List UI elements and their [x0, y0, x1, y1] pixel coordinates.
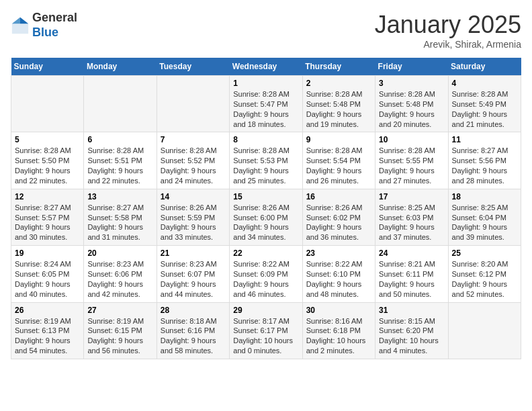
- svg-marker-1: [20, 17, 28, 23]
- day-number: 30: [306, 306, 371, 315]
- day-number: 7: [161, 135, 226, 144]
- day-info: Sunrise: 8:27 AMSunset: 5:57 PMDaylight:…: [15, 203, 80, 242]
- weekday-header-sunday: Sunday: [11, 58, 84, 76]
- day-number: 5: [15, 135, 80, 144]
- day-number: 9: [306, 135, 371, 144]
- calendar-cell: 7Sunrise: 8:28 AMSunset: 5:52 PMDaylight…: [157, 132, 229, 189]
- calendar-cell: 28Sunrise: 8:18 AMSunset: 6:16 PMDayligh…: [157, 302, 229, 359]
- calendar-cell: 25Sunrise: 8:20 AMSunset: 6:12 PMDayligh…: [448, 246, 521, 302]
- calendar-week-row: 19Sunrise: 8:24 AMSunset: 6:05 PMDayligh…: [11, 246, 521, 302]
- calendar-cell: 14Sunrise: 8:26 AMSunset: 5:59 PMDayligh…: [157, 189, 229, 245]
- logo-icon: [11, 16, 30, 35]
- calendar-cell: 21Sunrise: 8:23 AMSunset: 6:07 PMDayligh…: [157, 246, 229, 302]
- day-info: Sunrise: 8:28 AMSunset: 5:54 PMDaylight:…: [306, 146, 371, 185]
- calendar-cell: [84, 76, 157, 132]
- calendar-cell: 5Sunrise: 8:28 AMSunset: 5:50 PMDaylight…: [11, 132, 84, 189]
- day-info: Sunrise: 8:18 AMSunset: 6:16 PMDaylight:…: [161, 316, 226, 356]
- weekday-header-wednesday: Wednesday: [230, 58, 302, 76]
- calendar-cell: 20Sunrise: 8:23 AMSunset: 6:06 PMDayligh…: [84, 246, 157, 302]
- calendar-cell: 15Sunrise: 8:26 AMSunset: 6:00 PMDayligh…: [230, 189, 302, 245]
- weekday-header-thursday: Thursday: [302, 58, 375, 76]
- day-info: Sunrise: 8:28 AMSunset: 5:48 PMDaylight:…: [379, 89, 444, 129]
- day-number: 28: [161, 306, 226, 315]
- day-info: Sunrise: 8:19 AMSunset: 6:13 PMDaylight:…: [15, 316, 80, 356]
- calendar-cell: 12Sunrise: 8:27 AMSunset: 5:57 PMDayligh…: [11, 189, 84, 245]
- calendar-week-row: 12Sunrise: 8:27 AMSunset: 5:57 PMDayligh…: [11, 189, 521, 245]
- calendar-table: SundayMondayTuesdayWednesdayThursdayFrid…: [11, 58, 521, 359]
- day-number: 24: [379, 248, 444, 258]
- calendar-cell: 11Sunrise: 8:27 AMSunset: 5:56 PMDayligh…: [448, 132, 521, 189]
- day-number: 10: [379, 135, 444, 144]
- day-number: 16: [306, 192, 371, 201]
- calendar-cell: 22Sunrise: 8:22 AMSunset: 6:09 PMDayligh…: [230, 246, 302, 302]
- calendar-cell: [448, 302, 521, 359]
- day-info: Sunrise: 8:22 AMSunset: 6:10 PMDaylight:…: [306, 259, 371, 299]
- day-info: Sunrise: 8:28 AMSunset: 5:47 PMDaylight:…: [233, 89, 298, 129]
- day-number: 25: [452, 248, 517, 258]
- day-number: 17: [379, 192, 444, 201]
- day-number: 21: [161, 248, 226, 258]
- day-info: Sunrise: 8:28 AMSunset: 5:53 PMDaylight:…: [233, 146, 298, 185]
- calendar-cell: 24Sunrise: 8:21 AMSunset: 6:11 PMDayligh…: [375, 246, 448, 302]
- calendar-cell: 18Sunrise: 8:25 AMSunset: 6:04 PMDayligh…: [448, 189, 521, 245]
- calendar-cell: [157, 76, 229, 132]
- calendar-title: January 2025: [375, 11, 521, 39]
- day-info: Sunrise: 8:25 AMSunset: 6:04 PMDaylight:…: [452, 203, 517, 242]
- day-number: 23: [306, 248, 371, 258]
- day-info: Sunrise: 8:24 AMSunset: 6:05 PMDaylight:…: [15, 259, 80, 299]
- calendar-cell: 9Sunrise: 8:28 AMSunset: 5:54 PMDaylight…: [302, 132, 375, 189]
- day-number: 18: [452, 192, 517, 201]
- day-info: Sunrise: 8:28 AMSunset: 5:51 PMDaylight:…: [87, 146, 152, 185]
- day-info: Sunrise: 8:19 AMSunset: 6:15 PMDaylight:…: [87, 316, 152, 356]
- day-number: 22: [233, 248, 298, 258]
- calendar-cell: 1Sunrise: 8:28 AMSunset: 5:47 PMDaylight…: [230, 76, 302, 132]
- logo-blue-text: Blue: [32, 26, 58, 39]
- day-info: Sunrise: 8:22 AMSunset: 6:09 PMDaylight:…: [233, 259, 298, 299]
- day-info: Sunrise: 8:26 AMSunset: 6:02 PMDaylight:…: [306, 203, 371, 242]
- day-number: 20: [87, 248, 152, 258]
- day-number: 31: [379, 306, 444, 315]
- day-number: 14: [161, 192, 226, 201]
- calendar-week-row: 1Sunrise: 8:28 AMSunset: 5:47 PMDaylight…: [11, 76, 521, 132]
- calendar-cell: 17Sunrise: 8:25 AMSunset: 6:03 PMDayligh…: [375, 189, 448, 245]
- weekday-header-saturday: Saturday: [448, 58, 521, 76]
- day-info: Sunrise: 8:27 AMSunset: 5:56 PMDaylight:…: [452, 146, 517, 185]
- calendar-cell: 8Sunrise: 8:28 AMSunset: 5:53 PMDaylight…: [230, 132, 302, 189]
- calendar-cell: 13Sunrise: 8:27 AMSunset: 5:58 PMDayligh…: [84, 189, 157, 245]
- day-info: Sunrise: 8:20 AMSunset: 6:12 PMDaylight:…: [452, 259, 517, 299]
- day-info: Sunrise: 8:28 AMSunset: 5:55 PMDaylight:…: [379, 146, 444, 185]
- day-info: Sunrise: 8:15 AMSunset: 6:20 PMDaylight:…: [379, 316, 444, 356]
- day-number: 19: [15, 248, 80, 258]
- day-number: 12: [15, 192, 80, 201]
- day-info: Sunrise: 8:23 AMSunset: 6:07 PMDaylight:…: [161, 259, 226, 299]
- day-number: 11: [452, 135, 517, 144]
- day-info: Sunrise: 8:26 AMSunset: 6:00 PMDaylight:…: [233, 203, 298, 242]
- day-number: 26: [15, 306, 80, 315]
- calendar-week-row: 26Sunrise: 8:19 AMSunset: 6:13 PMDayligh…: [11, 302, 521, 359]
- day-info: Sunrise: 8:27 AMSunset: 5:58 PMDaylight:…: [87, 203, 152, 242]
- title-area: January 2025 Arevik, Shirak, Armenia: [375, 11, 521, 50]
- day-info: Sunrise: 8:28 AMSunset: 5:50 PMDaylight:…: [15, 146, 80, 185]
- calendar-subtitle: Arevik, Shirak, Armenia: [375, 39, 521, 50]
- weekday-header-row: SundayMondayTuesdayWednesdayThursdayFrid…: [11, 58, 521, 76]
- calendar-week-row: 5Sunrise: 8:28 AMSunset: 5:50 PMDaylight…: [11, 132, 521, 189]
- page-header: General Blue January 2025 Arevik, Shirak…: [11, 11, 521, 50]
- day-info: Sunrise: 8:25 AMSunset: 6:03 PMDaylight:…: [379, 203, 444, 242]
- weekday-header-monday: Monday: [84, 58, 157, 76]
- calendar-cell: 31Sunrise: 8:15 AMSunset: 6:20 PMDayligh…: [375, 302, 448, 359]
- day-number: 3: [379, 79, 444, 88]
- day-info: Sunrise: 8:17 AMSunset: 6:17 PMDaylight:…: [233, 316, 298, 356]
- day-number: 4: [452, 79, 517, 88]
- calendar-cell: 3Sunrise: 8:28 AMSunset: 5:48 PMDaylight…: [375, 76, 448, 132]
- day-info: Sunrise: 8:16 AMSunset: 6:18 PMDaylight:…: [306, 316, 371, 356]
- day-info: Sunrise: 8:21 AMSunset: 6:11 PMDaylight:…: [379, 259, 444, 299]
- day-number: 29: [233, 306, 298, 315]
- day-info: Sunrise: 8:28 AMSunset: 5:49 PMDaylight:…: [452, 89, 517, 129]
- weekday-header-friday: Friday: [375, 58, 448, 76]
- calendar-cell: 16Sunrise: 8:26 AMSunset: 6:02 PMDayligh…: [302, 189, 375, 245]
- calendar-cell: 26Sunrise: 8:19 AMSunset: 6:13 PMDayligh…: [11, 302, 84, 359]
- day-info: Sunrise: 8:28 AMSunset: 5:52 PMDaylight:…: [161, 146, 226, 185]
- calendar-cell: 19Sunrise: 8:24 AMSunset: 6:05 PMDayligh…: [11, 246, 84, 302]
- day-info: Sunrise: 8:26 AMSunset: 5:59 PMDaylight:…: [161, 203, 226, 242]
- calendar-cell: 6Sunrise: 8:28 AMSunset: 5:51 PMDaylight…: [84, 132, 157, 189]
